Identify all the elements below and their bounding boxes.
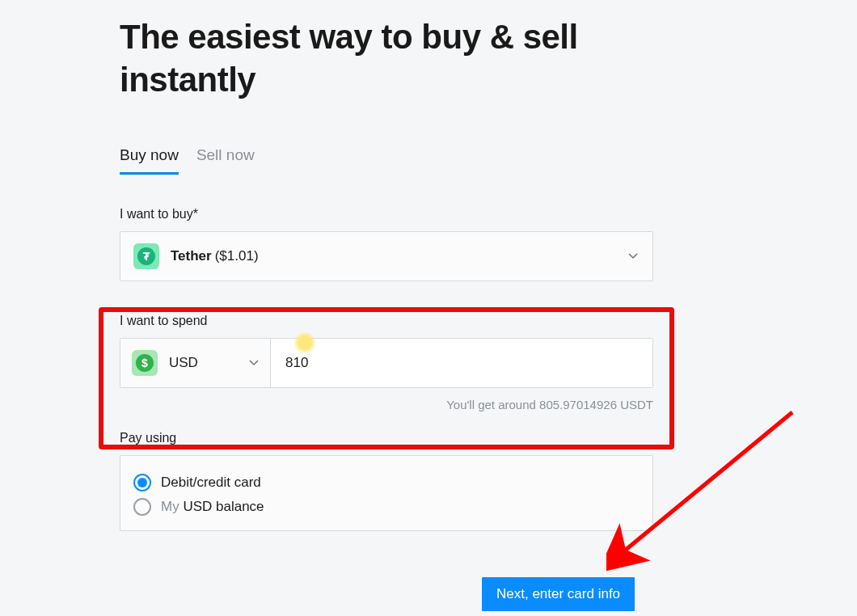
tether-icon: ₮ <box>133 243 159 269</box>
coin-price: ($1.01) <box>215 248 259 264</box>
tab-buy-now[interactable]: Buy now <box>120 146 179 175</box>
spend-label: I want to spend <box>120 314 653 328</box>
caret-down-icon <box>249 360 259 366</box>
buy-label: I want to buy* <box>120 207 653 222</box>
next-button[interactable]: Next, enter card info <box>482 577 635 611</box>
balance-currency: USD balance <box>183 499 264 514</box>
spend-section: I want to spend $ USD You'll get around … <box>120 314 653 411</box>
pay-option-card[interactable]: Debit/credit card <box>133 470 640 495</box>
radio-checked-icon <box>133 474 151 492</box>
caret-down-icon <box>628 253 638 259</box>
spend-row: $ USD <box>120 338 653 388</box>
pay-option-card-label: Debit/credit card <box>161 475 261 491</box>
pay-using-box: Debit/credit card My USD balance <box>120 455 653 531</box>
radio-unchecked-icon <box>133 498 151 516</box>
amount-input[interactable] <box>285 355 638 371</box>
page-title: The easiest way to buy & sell instantly <box>120 16 653 101</box>
coin-name: Tether <box>171 248 212 264</box>
pay-option-balance-label: My USD balance <box>161 499 264 515</box>
coin-select[interactable]: ₮ Tether ($1.01) <box>120 231 653 281</box>
tab-sell-now[interactable]: Sell now <box>196 146 255 175</box>
pay-option-balance[interactable]: My USD balance <box>133 495 640 519</box>
pay-label: Pay using <box>120 431 653 445</box>
usd-icon: $ <box>132 350 158 376</box>
tabs: Buy now Sell now <box>120 146 653 175</box>
currency-label: USD <box>169 355 198 371</box>
usd-glyph: $ <box>136 354 154 372</box>
form-container: The easiest way to buy & sell instantly … <box>120 0 653 531</box>
balance-prefix: My <box>161 499 183 514</box>
currency-select[interactable]: $ USD <box>120 339 271 387</box>
tether-glyph: ₮ <box>137 247 155 265</box>
estimate-text: You'll get around 805.97014926 USDT <box>120 398 653 411</box>
amount-input-wrap <box>271 339 652 387</box>
